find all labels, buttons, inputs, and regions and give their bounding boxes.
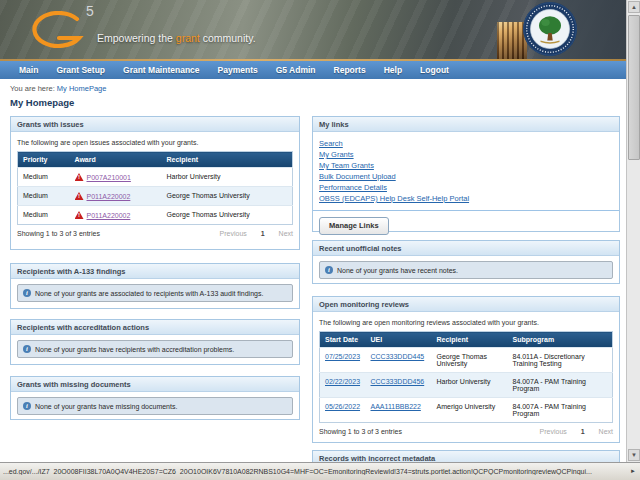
info-icon: i xyxy=(23,289,31,297)
table-row: Medium !P011A220002 George Thomas Univer… xyxy=(18,187,293,206)
header-tagline: Empowering the grant community. xyxy=(97,32,256,44)
table-row: 02/22/2023 CCC333DDD456 Harbor Universit… xyxy=(320,373,613,398)
recent-notes-info-message: i None of your grants have recent notes. xyxy=(319,261,613,279)
panel-recent-notes-title: Recent unofficial notes xyxy=(313,241,619,256)
panel-open-monitoring-reviews: Open monitoring reviews The following ar… xyxy=(312,296,620,443)
showing-entries-label: Showing 1 to 3 of 3 entries xyxy=(319,428,402,435)
uei-link[interactable]: CCC333DDD456 xyxy=(371,378,425,385)
previous-page-button[interactable]: Previous xyxy=(540,428,567,435)
page-title: My Homepage xyxy=(10,97,74,108)
nav-item-main[interactable]: Main xyxy=(10,65,47,75)
link-my-grants[interactable]: My Grants xyxy=(319,149,613,160)
panel-grants-with-issues-title: Grants with issues xyxy=(11,117,299,132)
breadcrumb: You are here: My HomePage xyxy=(10,84,106,93)
scroll-up-icon[interactable]: ▲ xyxy=(628,1,640,13)
table-row: 05/26/2022 AAA111BBB222 Amerigo Universi… xyxy=(320,398,613,423)
table-row: Medium !P007A210001 Harbor University xyxy=(18,168,293,187)
panel-accreditation-actions: Recipients with accreditation actions i … xyxy=(10,319,300,365)
panel-missing-documents: Grants with missing documents i None of … xyxy=(10,376,300,420)
award-link[interactable]: P011A220002 xyxy=(87,212,131,219)
col-subprogram: Subprogram xyxy=(508,332,613,348)
uei-link[interactable]: AAA111BBB222 xyxy=(371,403,421,410)
col-award: Award xyxy=(70,152,162,168)
panel-a133-title: Recipients with A-133 findings xyxy=(11,264,299,279)
breadcrumb-current-link[interactable]: My HomePage xyxy=(57,84,107,93)
app-header: 5 Empowering the grant community. xyxy=(0,0,640,59)
g5-logo-icon xyxy=(28,11,90,53)
issues-pagination: Showing 1 to 3 of 3 entries Previous 1 N… xyxy=(11,225,299,237)
scrollbar-thumb[interactable] xyxy=(628,15,640,160)
table-row: Medium !P011A220002 George Thomas Univer… xyxy=(18,206,293,225)
col-recipient: Recipient xyxy=(162,152,293,168)
panel-accreditation-title: Recipients with accreditation actions xyxy=(11,320,299,335)
nav-item-help[interactable]: Help xyxy=(375,65,411,75)
start-date-link[interactable]: 02/22/2023 xyxy=(325,378,360,385)
page-number-button[interactable]: 1 xyxy=(261,230,265,237)
page-number-button[interactable]: 1 xyxy=(581,428,585,435)
monitoring-pagination: Showing 1 to 3 of 3 entries Previous 1 N… xyxy=(313,423,619,435)
grants-with-issues-table: Priority Award Recipient Medium !P007A21… xyxy=(17,151,293,225)
next-page-button[interactable]: Next xyxy=(599,428,613,435)
warning-icon: ! xyxy=(75,173,84,181)
start-date-link[interactable]: 07/25/2023 xyxy=(325,353,360,360)
col-priority: Priority xyxy=(18,152,70,168)
scroll-right-icon[interactable]: ► xyxy=(630,468,636,474)
nav-item-g5-admin[interactable]: G5 Admin xyxy=(267,65,325,75)
grants-with-issues-description: The following are open issues associated… xyxy=(11,132,299,151)
panel-grants-with-issues: Grants with issues The following are ope… xyxy=(10,116,300,250)
col-recipient: Recipient xyxy=(432,332,508,348)
nav-item-reports[interactable]: Reports xyxy=(325,65,375,75)
link-bulk-document-upload[interactable]: Bulk Document Upload xyxy=(319,171,613,182)
warning-icon: ! xyxy=(75,211,84,219)
panel-my-links: My links Search My Grants My Team Grants… xyxy=(312,116,620,232)
nav-item-grant-maintenance[interactable]: Grant Maintenance xyxy=(114,65,209,75)
showing-entries-label: Showing 1 to 3 of 3 entries xyxy=(17,230,100,237)
panel-my-links-title: My links xyxy=(313,117,619,132)
warning-icon: ! xyxy=(75,192,84,200)
status-url: ...ed.gov/.../IZ7_20O008FII38L70A0Q4V4HE… xyxy=(3,468,592,475)
link-obss-help-desk[interactable]: OBSS (EDCAPS) Help Desk Self-Help Portal xyxy=(319,193,613,204)
panel-monitoring-title: Open monitoring reviews xyxy=(313,297,619,312)
a133-info-message: i None of your grants are associated to … xyxy=(17,284,293,302)
monitoring-reviews-table: Start Date UEI Recipient Subprogram 07/2… xyxy=(319,331,613,423)
link-my-team-grants[interactable]: My Team Grants xyxy=(319,160,613,171)
main-navbar: Main Grant Setup Grant Maintenance Payme… xyxy=(0,61,640,79)
status-bar: ...ed.gov/.../IZ7_20O008FII38L70A0Q4V4HE… xyxy=(0,462,640,480)
start-date-link[interactable]: 05/26/2022 xyxy=(325,403,360,410)
info-icon: i xyxy=(23,402,31,410)
vertical-scrollbar[interactable]: ▲ ▼ xyxy=(626,0,640,462)
accreditation-info-message: i None of your grants have recipients wi… xyxy=(17,340,293,358)
my-links-separator xyxy=(313,210,619,211)
panel-a133-findings: Recipients with A-133 findings i None of… xyxy=(10,263,300,309)
missing-documents-info-message: i None of your grants have missing docum… xyxy=(17,397,293,415)
col-uei: UEI xyxy=(366,332,432,348)
nav-item-payments[interactable]: Payments xyxy=(209,65,267,75)
nav-item-grant-setup[interactable]: Grant Setup xyxy=(47,65,114,75)
manage-links-button[interactable]: Manage Links xyxy=(319,217,389,235)
info-icon: i xyxy=(325,266,333,274)
link-search[interactable]: Search xyxy=(319,138,613,149)
info-icon: i xyxy=(23,345,31,353)
panel-missing-documents-title: Grants with missing documents xyxy=(11,377,299,392)
next-page-button[interactable]: Next xyxy=(279,230,293,237)
g5-logo-five: 5 xyxy=(86,3,94,19)
uei-link[interactable]: CCC333DDD445 xyxy=(371,353,425,360)
award-link[interactable]: P011A220002 xyxy=(87,193,131,200)
panel-recent-unofficial-notes: Recent unofficial notes i None of your g… xyxy=(312,240,620,284)
my-links-list: Search My Grants My Team Grants Bulk Doc… xyxy=(313,132,619,204)
col-start-date: Start Date xyxy=(320,332,366,348)
scroll-down-icon[interactable]: ▼ xyxy=(628,449,640,461)
link-performance-details[interactable]: Performance Details xyxy=(319,182,613,193)
dept-of-education-seal-icon xyxy=(522,1,578,57)
breadcrumb-prefix: You are here: xyxy=(10,84,55,93)
previous-page-button[interactable]: Previous xyxy=(220,230,247,237)
nav-item-logout[interactable]: Logout xyxy=(411,65,458,75)
award-link[interactable]: P007A210001 xyxy=(87,174,131,181)
monitoring-description: The following are open monitoring review… xyxy=(313,312,619,331)
table-row: 07/25/2023 CCC333DDD445 George Thomas Un… xyxy=(320,348,613,373)
